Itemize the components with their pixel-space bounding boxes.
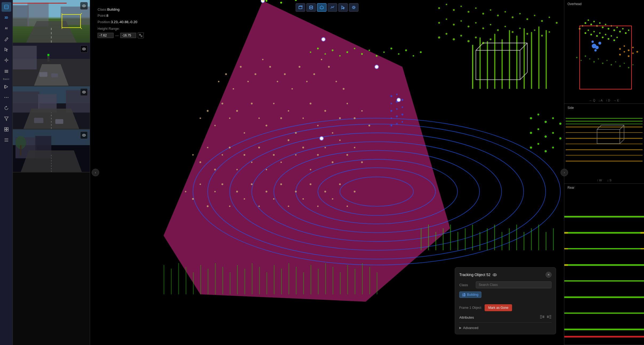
svg-point-430 <box>585 32 586 34</box>
svg-rect-55 <box>55 119 63 124</box>
sidebar-icon-filter[interactable] <box>2 114 11 124</box>
svg-rect-362 <box>267 272 267 294</box>
svg-rect-495 <box>564 313 644 314</box>
attr-icon-1[interactable] <box>540 315 545 320</box>
svg-point-287 <box>534 15 536 16</box>
svg-point-435 <box>599 32 601 34</box>
sidebar-icon-ai[interactable]: AI <box>2 23 11 33</box>
svg-point-412 <box>585 22 586 24</box>
svg-rect-116 <box>516 36 517 89</box>
sidebar-icon-grid[interactable] <box>2 125 11 134</box>
svg-point-247 <box>420 51 422 53</box>
svg-rect-337 <box>480 232 480 250</box>
svg-point-438 <box>607 38 609 40</box>
svg-rect-370 <box>325 263 326 294</box>
svg-rect-411 <box>564 0 644 104</box>
collapse-left-btn[interactable]: ‹ <box>92 169 99 176</box>
advanced-row[interactable]: ▶ Advanced <box>459 326 552 330</box>
svg-rect-494 <box>564 297 644 298</box>
sidebar-icon-layers[interactable] <box>2 66 11 76</box>
svg-point-325 <box>530 146 532 149</box>
svg-rect-489 <box>564 216 644 217</box>
svg-point-461 <box>632 64 633 65</box>
svg-point-226 <box>317 206 319 207</box>
svg-rect-25 <box>13 5 29 26</box>
svg-rect-481 <box>566 118 642 118</box>
polygon-tool-btn[interactable] <box>317 3 327 12</box>
svg-point-256 <box>401 114 403 116</box>
sidebar-icon-draw[interactable] <box>2 34 11 44</box>
nav-a[interactable]: ↓ A <box>598 99 602 102</box>
camera-4-eye-btn[interactable] <box>80 132 88 139</box>
svg-point-155 <box>313 73 315 75</box>
mark-gone-btn[interactable]: Mark as Gone <box>485 304 512 311</box>
height-min-input[interactable] <box>98 33 114 38</box>
svg-point-198 <box>295 154 297 156</box>
tracking-close-btn[interactable]: ✕ <box>546 272 552 278</box>
svg-rect-119 <box>538 26 540 89</box>
svg-rect-369 <box>318 269 319 294</box>
nav-e[interactable]: → E <box>613 99 619 102</box>
svg-rect-356 <box>222 267 223 294</box>
svg-rect-371 <box>333 267 333 294</box>
sidebar-icon-list[interactable] <box>2 135 11 145</box>
svg-rect-346 <box>546 232 546 250</box>
nav-q[interactable]: ← Q <box>589 99 595 102</box>
nav-w[interactable]: ↑ W <box>597 179 602 182</box>
settings-tool-btn[interactable] <box>349 3 359 12</box>
svg-point-200 <box>310 169 311 170</box>
svg-point-320 <box>530 132 532 134</box>
cylinder-tool-btn[interactable] <box>306 3 316 12</box>
class-value: Building <box>107 7 119 11</box>
sidebar-icon-history[interactable] <box>2 103 11 113</box>
svg-point-234 <box>324 53 326 55</box>
svg-point-314 <box>490 38 492 40</box>
class-label: Class: <box>98 7 107 11</box>
sidebar-icon-more[interactable] <box>2 93 11 102</box>
height-max-input[interactable] <box>120 33 136 38</box>
svg-point-323 <box>552 132 554 134</box>
svg-rect-338 <box>487 228 488 250</box>
svg-rect-367 <box>303 272 304 294</box>
svg-point-156 <box>321 59 323 60</box>
svg-point-424 <box>619 31 621 32</box>
svg-point-213 <box>222 183 223 185</box>
svg-rect-118 <box>531 32 532 89</box>
nav-d[interactable]: ↑ D <box>606 99 610 102</box>
svg-point-382 <box>309 6 313 7</box>
fit-height-btn[interactable] <box>138 32 144 38</box>
collapse-right-btn[interactable]: › <box>561 169 568 176</box>
svg-rect-472 <box>566 126 642 127</box>
svg-rect-341 <box>509 228 510 250</box>
svg-point-452 <box>593 61 595 63</box>
svg-point-225 <box>310 183 312 185</box>
building-tag[interactable]: Building <box>459 291 481 298</box>
class-search-input[interactable] <box>476 281 552 288</box>
sidebar-icon-transform[interactable] <box>2 55 11 65</box>
camera-3-eye-btn[interactable] <box>80 88 88 96</box>
svg-rect-363 <box>274 265 275 294</box>
svg-point-288 <box>541 20 543 22</box>
polyline-tool-btn[interactable] <box>328 3 337 12</box>
attr-icon-2[interactable] <box>547 315 552 320</box>
sidebar-icon-select[interactable] <box>2 45 11 54</box>
svg-point-249 <box>396 94 398 95</box>
box-tool-btn[interactable] <box>296 3 305 12</box>
svg-point-439 <box>611 35 612 36</box>
svg-rect-329 <box>421 228 421 250</box>
camera-1-eye-btn[interactable] <box>80 2 88 10</box>
main-3d-view[interactable]: Class:Building Point:8 Position:3.23,-40… <box>90 0 564 345</box>
sidebar-icon-playback[interactable] <box>2 82 11 92</box>
svg-point-426 <box>625 32 626 34</box>
svg-point-302 <box>519 28 521 29</box>
sidebar-icon-3d-label[interactable]: 3D <box>2 13 11 22</box>
nav-s[interactable]: ↓ S <box>607 179 611 182</box>
svg-point-422 <box>613 29 615 31</box>
sidebar-icon-3d[interactable] <box>2 2 11 12</box>
camera-2-eye-btn[interactable] <box>80 45 88 53</box>
select-tool-btn[interactable] <box>338 3 348 12</box>
svg-rect-353 <box>200 265 201 294</box>
svg-point-181 <box>354 117 356 119</box>
svg-rect-493 <box>564 280 644 282</box>
svg-point-212 <box>214 191 216 192</box>
